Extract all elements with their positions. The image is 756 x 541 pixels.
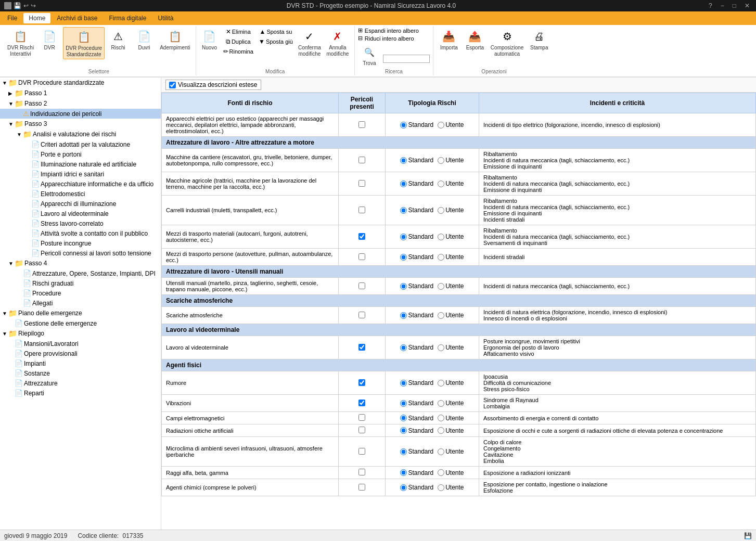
radio-utente-label[interactable]: Utente <box>438 312 464 319</box>
pericoli-cell[interactable] <box>339 395 386 412</box>
radio-utente[interactable] <box>438 415 444 421</box>
radio-standard[interactable] <box>400 181 407 187</box>
pericoli-checkbox[interactable] <box>358 180 365 187</box>
btn-duvri[interactable]: 📄 Duvri <box>132 27 157 52</box>
sidebar-item-attivita-pubblico[interactable]: 📄Attività svolte a contatto con il pubbl… <box>0 228 161 238</box>
radio-utente-label[interactable]: Utente <box>438 253 464 261</box>
pericoli-cell[interactable] <box>339 467 386 479</box>
sidebar-item-pericoli-tensione[interactable]: 📄Pericoli connessi ai lavori sotto tensi… <box>0 248 161 258</box>
sidebar-item-criteri[interactable]: 📄Criteri adottati per la valutazione <box>0 139 161 149</box>
pericoli-checkbox[interactable] <box>358 414 365 421</box>
btn-composizione[interactable]: ⚙ Composizioneautomatica <box>489 27 526 58</box>
pericoli-cell[interactable] <box>339 149 386 172</box>
radio-standard[interactable] <box>400 448 407 455</box>
sidebar-item-illuminazione[interactable]: 📄Illuminazione naturale ed artificiale <box>0 159 161 169</box>
btn-duplica[interactable]: ⧉ Duplica <box>221 37 255 46</box>
menu-archivi[interactable]: Archivi di base <box>52 13 102 23</box>
menu-firma[interactable]: Firma digitale <box>104 13 151 23</box>
radio-utente-label[interactable]: Utente <box>438 282 464 290</box>
radio-utente[interactable] <box>438 484 444 491</box>
sidebar-item-sostanze[interactable]: 📄Sostanze <box>0 368 161 378</box>
pericoli-cell[interactable] <box>339 172 386 196</box>
minimize-btn[interactable]: − <box>719 2 726 9</box>
btn-sposta-su[interactable]: ▲ Sposta su <box>257 27 295 36</box>
radio-utente[interactable] <box>438 400 444 407</box>
pericoli-checkbox[interactable] <box>358 448 365 455</box>
redo-btn[interactable]: ↪ <box>31 2 36 9</box>
btn-rischi[interactable]: ⚠ Rischi <box>106 27 131 52</box>
sidebar-item-attrezzature[interactable]: 📄Attrezzature <box>0 378 161 388</box>
radio-utente[interactable] <box>438 122 444 128</box>
sidebar-item-passo1[interactable]: ▶📁Passo 1 <box>0 88 161 98</box>
sidebar-item-apparecchi-illuminazione[interactable]: 📄Apparecchi di illuminazione <box>0 199 161 209</box>
close-btn[interactable]: ✕ <box>742 2 752 9</box>
btn-dvr-rischi[interactable]: 📋 DVR RischiInterattivi <box>5 27 36 58</box>
pericoli-cell[interactable] <box>339 424 386 437</box>
pericoli-cell[interactable] <box>339 225 386 249</box>
pericoli-checkbox[interactable] <box>358 469 365 475</box>
radio-standard[interactable] <box>400 283 407 290</box>
sidebar-item-riepilogo[interactable]: ▼📁Riepilogo <box>0 328 161 339</box>
radio-standard[interactable] <box>400 157 407 164</box>
visualizza-checkbox-label[interactable]: Visualizza descrizioni estese <box>165 80 261 90</box>
btn-dvr-procedure[interactable]: 📋 DVR ProcedureStandardizzate <box>63 27 105 59</box>
radio-standard[interactable] <box>400 207 407 214</box>
save-status-icon[interactable]: 💾 <box>744 532 752 539</box>
sidebar-item-opere-provvisionali[interactable]: 📄Opere provvisionali <box>0 349 161 358</box>
sidebar-item-impianti-idrici[interactable]: 📄Impianti idrici e sanitari <box>0 169 161 179</box>
sidebar-item-apparecchiature[interactable]: 📄Apparecchiature informatiche e da uffic… <box>0 179 161 189</box>
radio-utente[interactable] <box>438 427 444 434</box>
pericoli-checkbox[interactable] <box>358 253 365 260</box>
pericoli-checkbox[interactable] <box>358 207 365 213</box>
sidebar-item-lavoro-videoterminale[interactable]: 📄Lavoro al videoterminale <box>0 209 161 218</box>
radio-standard[interactable] <box>400 400 407 407</box>
espandi-label[interactable]: Espandi intero albero <box>365 28 419 34</box>
radio-utente-label[interactable]: Utente <box>438 427 464 434</box>
sidebar-item-dvr-root[interactable]: ▼📁DVR Procedure standardizzate <box>0 78 161 88</box>
radio-utente[interactable] <box>438 380 444 387</box>
radio-standard-label[interactable]: Standard <box>400 312 433 319</box>
riduci-label[interactable]: Riduci intero albero <box>365 35 414 42</box>
btn-conferma[interactable]: ✓ Confermamodifiche <box>296 27 323 58</box>
pericoli-checkbox[interactable] <box>358 121 365 128</box>
radio-standard-label[interactable]: Standard <box>400 233 433 240</box>
radio-utente-label[interactable]: Utente <box>438 207 464 214</box>
radio-utente-label[interactable]: Utente <box>438 469 464 476</box>
radio-utente-label[interactable]: Utente <box>438 400 464 407</box>
pericoli-cell[interactable] <box>339 196 386 225</box>
radio-standard[interactable] <box>400 254 407 261</box>
radio-standard-label[interactable]: Standard <box>400 157 433 164</box>
radio-utente[interactable] <box>438 469 444 476</box>
pericoli-cell[interactable] <box>339 371 386 395</box>
radio-utente-label[interactable]: Utente <box>438 448 464 455</box>
menu-file[interactable]: File <box>2 13 22 23</box>
radio-standard[interactable] <box>400 484 407 491</box>
sidebar-item-piano-emergenze[interactable]: ▼📁Piano delle emergenze <box>0 308 161 318</box>
radio-standard-label[interactable]: Standard <box>400 282 433 290</box>
btn-dvr[interactable]: 📄 DVR <box>37 27 62 52</box>
pericoli-checkbox[interactable] <box>358 282 365 289</box>
radio-standard-label[interactable]: Standard <box>400 253 433 261</box>
radio-standard[interactable] <box>400 469 407 476</box>
sidebar-item-impianti[interactable]: 📄Impianti <box>0 358 161 368</box>
radio-standard[interactable] <box>400 122 407 128</box>
pericoli-cell[interactable] <box>339 479 386 496</box>
radio-standard[interactable] <box>400 312 407 319</box>
btn-elimina[interactable]: ✕ Elimina <box>221 27 255 36</box>
sidebar-item-elettrodomestici[interactable]: 📄Elettrodomestici <box>0 189 161 199</box>
radio-utente-label[interactable]: Utente <box>438 121 464 128</box>
btn-sposta-giu[interactable]: ▼ Sposta giù <box>257 37 295 46</box>
sidebar-item-posture[interactable]: 📄Posture incongrue <box>0 238 161 248</box>
pericoli-checkbox[interactable] <box>358 400 365 406</box>
btn-importa[interactable]: 📥 Importa <box>437 27 462 52</box>
radio-utente-label[interactable]: Utente <box>438 415 464 422</box>
menu-home[interactable]: Home <box>23 13 50 23</box>
pericoli-checkbox[interactable] <box>358 312 365 318</box>
sidebar-item-procedure[interactable]: 📄Procedure <box>0 288 161 298</box>
radio-utente[interactable] <box>438 181 444 187</box>
sidebar-item-gestione-emergenze[interactable]: 📄Gestione delle emergenze <box>0 318 161 328</box>
visualizza-checkbox[interactable] <box>169 82 176 88</box>
btn-trova[interactable]: 🔍 Trova <box>358 43 381 68</box>
undo-btn[interactable]: ↩ <box>23 2 29 9</box>
radio-standard[interactable] <box>400 427 407 434</box>
